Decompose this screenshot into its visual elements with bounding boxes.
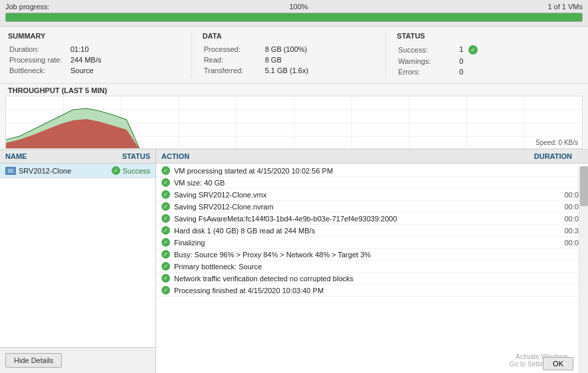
action-text: Saving FsAwareMeta:fc144f03-1bd4-4e9b-b0… [174,215,557,223]
vm-status-text: Success [122,167,150,175]
success-check-icon: ✓ [468,45,478,55]
action-text: Busy: Source 96% > Proxy 84% > Network 4… [174,251,557,259]
data-processed-row: Processed: 8 GB (100%) [204,45,374,54]
action-col-header: ACTION [161,152,534,160]
vm-col-name: NAME [5,152,122,160]
ok-area: OK [543,357,573,370]
summary-rate-value: 244 MB/s [70,55,179,64]
vm-list-panel: NAME STATUS SRV2012-Clone ✓ Success Hide… [0,150,156,373]
data-transferred-value: 5.1 GB (1.6x) [265,66,374,75]
vm-list-footer: Hide Details [0,347,155,373]
status-section: STATUS Success: 1 ✓ Warnings: 0 Errors: … [385,32,580,78]
vm-col-status: STATUS [122,152,150,160]
status-success-label: Success: [398,45,458,55]
progress-vms: 1 of 1 VMs [547,3,583,11]
ok-button[interactable]: OK [543,357,573,370]
summary-bottleneck-label: Bottleneck: [9,66,69,75]
data-title: DATA [203,32,375,40]
vm-name: SRV2012-Clone [19,167,112,175]
throughput-chart [6,96,582,149]
summary-table: Duration: 01:10 Processing rate: 244 MB/… [8,43,181,76]
status-warnings-value: 0 [459,57,568,66]
action-text: Primary bottleneck: Source [174,263,557,271]
summary-rate-label: Processing rate: [9,55,69,64]
data-table: Processed: 8 GB (100%) Read: 8 GB Transf… [203,43,375,76]
action-text: VM size: 40 GB [174,179,557,187]
vm-row[interactable]: SRV2012-Clone ✓ Success [0,164,155,178]
summary-rate-row: Processing rate: 244 MB/s [9,55,179,64]
status-success-value: 1 ✓ [459,45,568,55]
data-read-label: Read: [204,55,264,64]
progress-bar-track [5,13,583,22]
action-row: ✓ Saving SRV2012-Clone.vmx 00:00 [156,189,588,201]
summary-duration-row: Duration: 01:10 [9,45,179,54]
scrollbar-thumb[interactable] [580,166,588,206]
status-title: STATUS [397,32,569,40]
main-window: Job progress: 100% 1 of 1 VMs SUMMARY Du… [0,0,588,373]
summary-section: SUMMARY Duration: 01:10 Processing rate:… [8,32,191,78]
hide-details-button[interactable]: Hide Details [5,353,62,368]
throughput-section: THROUGHPUT (LAST 5 MIN) [0,84,588,150]
status-warnings-row: Warnings: 0 [398,57,568,66]
action-row: ✓ VM processing started at 4/15/2020 10:… [156,165,588,177]
summary-title: SUMMARY [8,32,181,40]
data-read-value: 8 GB [265,55,374,64]
progress-area: Job progress: 100% 1 of 1 VMs [0,0,588,27]
duration-col-header: DURATION [534,152,572,160]
action-text: VM processing started at 4/15/2020 10:02… [174,167,557,175]
action-check-icon: ✓ [161,190,170,199]
action-text: Saving SRV2012-Clone.nvram [174,203,557,211]
data-read-row: Read: 8 GB [204,55,374,64]
action-text: Finalizing [174,239,557,247]
action-check-icon: ✓ [161,166,170,175]
data-processed-label: Processed: [204,45,264,54]
action-header: ACTION DURATION [156,150,588,164]
summary-bottleneck-row: Bottleneck: Source [9,66,179,75]
progress-header: Job progress: 100% 1 of 1 VMs [5,3,583,11]
action-check-icon: ✓ [161,202,170,211]
action-check-icon: ✓ [161,226,170,235]
action-row: ✓ Saving FsAwareMeta:fc144f03-1bd4-4e9b-… [156,213,588,225]
vm-list-body: SRV2012-Clone ✓ Success [0,164,155,347]
action-text: Hard disk 1 (40 GB) 8 GB read at 244 MB/… [174,227,557,235]
main-content: NAME STATUS SRV2012-Clone ✓ Success Hide… [0,150,588,373]
action-check-icon: ✓ [161,238,170,247]
status-errors-label: Errors: [398,67,458,76]
action-check-icon: ✓ [161,262,170,271]
chart-speed-label: Speed: 0 KB/s [536,139,578,146]
status-table: Success: 1 ✓ Warnings: 0 Errors: 0 [397,43,569,78]
vm-icon [5,167,16,175]
summary-duration-value: 01:10 [70,45,179,54]
action-log[interactable]: ✓ VM processing started at 4/15/2020 10:… [156,164,588,373]
status-errors-value: 0 [459,67,568,76]
action-text: Processing finished at 4/15/2020 10:03:4… [174,287,557,295]
action-check-icon: ✓ [161,274,170,283]
action-panel: ACTION DURATION ✓ VM processing started … [156,150,588,373]
summary-duration-label: Duration: [9,45,69,54]
status-warnings-label: Warnings: [398,57,458,66]
data-transferred-row: Transferred: 5.1 GB (1.6x) [204,66,374,75]
progress-percent: 100% [289,3,308,11]
summary-bottleneck-value: Source [70,66,179,75]
scrollbar-track[interactable] [579,166,588,373]
throughput-title: THROUGHPUT (LAST 5 MIN) [0,84,588,96]
data-section: DATA Processed: 8 GB (100%) Read: 8 GB T… [191,32,386,78]
action-row: ✓ Processing finished at 4/15/2020 10:03… [156,285,588,297]
action-row: ✓ Hard disk 1 (40 GB) 8 GB read at 244 M… [156,225,588,237]
chart-container: Speed: 0 KB/s [5,96,583,149]
action-check-icon: ✓ [161,178,170,187]
action-text: Saving SRV2012-Clone.vmx [174,191,557,199]
data-processed-value: 8 GB (100%) [265,45,374,54]
status-success-row: Success: 1 ✓ [398,45,568,55]
action-check-icon: ✓ [161,250,170,259]
status-errors-row: Errors: 0 [398,67,568,76]
info-row: SUMMARY Duration: 01:10 Processing rate:… [0,27,588,84]
action-row: ✓ VM size: 40 GB [156,177,588,189]
progress-bar-fill [6,13,582,21]
action-row: ✓ Network traffic verification detected … [156,273,588,285]
action-text: Network traffic verification detected no… [174,275,557,283]
progress-label: Job progress: [5,3,50,11]
vm-status-badge: ✓ Success [112,166,150,175]
action-check-icon: ✓ [161,286,170,295]
data-transferred-label: Transferred: [204,66,264,75]
